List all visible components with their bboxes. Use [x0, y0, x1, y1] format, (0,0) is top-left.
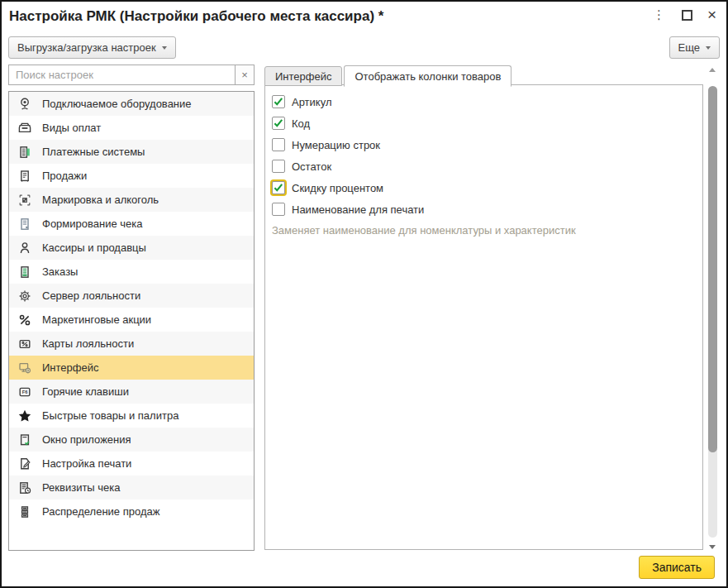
checkbox-row[interactable]: Остаток — [272, 155, 702, 177]
checkbox[interactable] — [272, 138, 285, 151]
checkbox[interactable] — [272, 95, 285, 108]
sidebar-item-receipt-details[interactable]: Реквизиты чека — [9, 476, 254, 500]
sidebar-item-label: Платежные системы — [42, 146, 145, 158]
sidebar-item-check-form[interactable]: Формирование чека — [9, 212, 254, 236]
checkbox-row[interactable]: Нумерацию строк — [272, 134, 702, 155]
checkbox-label: Нумерацию строк — [292, 139, 380, 151]
sidebar-item-label: Интерфейс — [42, 361, 98, 374]
sidebar-item-receipt[interactable]: Продажи — [9, 164, 254, 188]
checkbox[interactable] — [272, 117, 285, 130]
scroll-up-icon[interactable] — [709, 68, 716, 72]
sidebar-item-label: Окно приложения — [42, 433, 131, 446]
checkbox-list: Артикул Код Нумерацию строк Остаток Скид… — [265, 85, 702, 220]
checkbox-label: Скидку процентом — [292, 182, 383, 194]
qr-scan-icon — [17, 192, 33, 208]
maximize-icon[interactable] — [682, 10, 692, 21]
sidebar-item-percent[interactable]: Маркетинговые акции — [9, 308, 254, 332]
sidebar-item-webcam[interactable]: Подключаемое оборудование — [9, 92, 254, 116]
percent-icon — [17, 312, 33, 328]
receipt-details-icon — [17, 480, 33, 496]
settings-search: × — [8, 65, 255, 85]
search-input[interactable] — [9, 65, 235, 84]
order-list-icon — [17, 264, 33, 280]
sidebar-item-qr-scan[interactable]: Маркировка и алкоголь — [9, 188, 254, 212]
more-button-label: Еще — [678, 41, 700, 54]
sidebar-item-interface-gear[interactable]: Интерфейс — [9, 356, 254, 380]
app-window-icon — [17, 432, 33, 448]
print-settings-icon — [17, 456, 33, 472]
hotkey-icon: F6 — [17, 384, 33, 400]
clear-icon: × — [241, 69, 248, 81]
dropdown-caret-icon — [706, 46, 711, 50]
sidebar-item-label: Сервер лояльности — [42, 289, 140, 302]
interface-gear-icon — [17, 360, 33, 376]
sidebar-item-hotkey[interactable]: F6 Горячие клавиши — [9, 380, 254, 404]
sidebar-item-print-settings[interactable]: Настройка печати — [9, 452, 254, 476]
export-import-settings-button[interactable]: Выгрузка/загрузка настроек — [8, 36, 176, 59]
sidebar-item-person[interactable]: Кассиры и продавцы — [9, 236, 254, 260]
sidebar-item-app-window[interactable]: Окно приложения — [9, 428, 254, 452]
checkbox-label: Код — [292, 117, 310, 130]
checkbox-row[interactable]: Код — [272, 112, 702, 134]
sidebar-item-label: Подключаемое оборудование — [42, 98, 192, 110]
checkbox-label: Артикул — [292, 96, 331, 108]
checkbox-label: Остаток — [292, 160, 331, 173]
panel-tabs: ИнтерфейсОтображать колонки товаров — [264, 65, 513, 86]
svg-text:F6: F6 — [22, 390, 28, 394]
sidebar-item-label: Реквизиты чека — [42, 481, 121, 494]
sidebar-item-label: Горячие клавиши — [42, 385, 129, 398]
sidebar-item-label: Настройка печати — [42, 457, 131, 470]
cash-drawer-icon — [17, 120, 33, 136]
sidebar-item-star[interactable]: Быстрые товары и палитра — [9, 404, 254, 428]
checkbox[interactable] — [272, 203, 285, 216]
close-icon[interactable]: × — [706, 7, 718, 22]
settings-sections-list: Подключаемое оборудование Виды оплат Пла… — [8, 91, 255, 551]
window-menu-icon[interactable]: ⋮ — [649, 7, 669, 22]
checkbox-row[interactable]: Артикул — [272, 91, 702, 112]
sidebar-item-label: Карты лояльности — [42, 337, 134, 350]
rmk-settings-window: Настройка РМК (Настройки рабочего места … — [0, 0, 728, 588]
product-columns-panel: Артикул Код Нумерацию строк Остаток Скид… — [264, 84, 703, 550]
sidebar-item-label: Кассиры и продавцы — [42, 241, 146, 254]
export-import-settings-label: Выгрузка/загрузка настроек — [17, 41, 156, 54]
sidebar-item-label: Распределение продаж — [42, 505, 159, 518]
sidebar-item-sales-distribution[interactable]: Распределение продаж — [9, 500, 254, 523]
star-icon — [17, 408, 33, 424]
tab-0[interactable]: Интерфейс — [264, 66, 342, 86]
tab-1[interactable]: Отображать колонки товаров — [344, 65, 512, 87]
sidebar-item-discount-card[interactable]: Карты лояльности — [9, 332, 254, 356]
gear-icon — [17, 288, 33, 304]
checkbox-label: Наименование для печати — [292, 203, 424, 216]
search-clear-button[interactable]: × — [235, 65, 254, 84]
sidebar-item-payment-terminal[interactable]: Платежные системы — [9, 140, 254, 164]
checkbox-row[interactable]: Скидку процентом — [272, 177, 702, 198]
checkbox-row[interactable]: Наименование для печати — [272, 198, 702, 220]
save-button[interactable]: Записать — [639, 556, 715, 579]
sidebar-item-label: Быстрые товары и палитра — [42, 409, 178, 422]
checkbox[interactable] — [272, 160, 285, 173]
more-button[interactable]: Еще — [669, 36, 720, 59]
checkbox[interactable] — [272, 181, 285, 194]
scrollbar-thumb[interactable] — [708, 86, 717, 452]
print-name-hint: Заменяет наименование для номенклатуры и… — [272, 224, 702, 237]
sidebar-item-label: Формирование чека — [42, 218, 142, 230]
payment-terminal-icon — [17, 144, 33, 160]
sidebar-item-label: Заказы — [42, 265, 78, 278]
dropdown-caret-icon — [162, 46, 167, 50]
sidebar-item-cash-drawer[interactable]: Виды оплат — [9, 116, 254, 140]
sidebar-item-label: Продажи — [42, 170, 87, 182]
webcam-icon — [17, 96, 33, 112]
sidebar-item-label: Виды оплат — [42, 122, 101, 134]
receipt-icon — [17, 168, 33, 184]
window-controls: ⋮ × — [649, 7, 718, 22]
check-form-icon — [17, 216, 33, 232]
sidebar-item-order-list[interactable]: Заказы — [9, 260, 254, 284]
scroll-down-icon[interactable] — [709, 545, 716, 549]
panel-scrollbar[interactable] — [706, 66, 720, 549]
sales-distribution-icon — [17, 504, 33, 520]
sidebar-item-gear[interactable]: Сервер лояльности — [9, 284, 254, 308]
sidebar-item-label: Маркировка и алкоголь — [42, 194, 159, 206]
discount-card-icon — [17, 336, 33, 352]
sidebar-item-label: Маркетинговые акции — [42, 313, 151, 326]
window-title: Настройка РМК (Настройки рабочего места … — [9, 8, 383, 25]
